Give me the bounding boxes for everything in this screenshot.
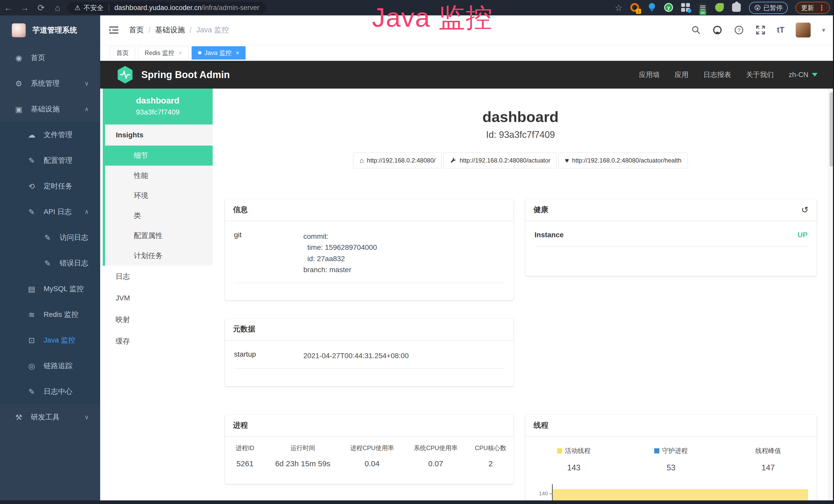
- legend-live-threads: 活动线程 143: [525, 446, 622, 473]
- extension-icon-leaf[interactable]: [715, 3, 724, 12]
- collapse-sidebar-icon[interactable]: [108, 25, 119, 36]
- search-icon[interactable]: [691, 25, 701, 35]
- sidebar-item-file-management[interactable]: ☁ 文件管理: [0, 122, 100, 147]
- paused-label: 已暂停: [763, 4, 783, 12]
- app-logo-row[interactable]: 芋道管理系统: [0, 16, 100, 45]
- tab-java-monitor[interactable]: Java 监控 ×: [192, 46, 245, 60]
- sba-nav-applications[interactable]: 应用: [675, 70, 688, 79]
- extension-icon-pin[interactable]: [647, 3, 657, 12]
- sidebar-item-api-logs[interactable]: ✎ API 日志 ∧: [0, 199, 100, 225]
- browser-menu-kebab-icon[interactable]: ⋮: [818, 4, 825, 12]
- grid-square-icon: [681, 8, 685, 12]
- tab-redis-monitor[interactable]: Redis 监控 ×: [138, 46, 189, 60]
- browser-reload-icon[interactable]: ⟳: [33, 3, 49, 13]
- browser-back-icon[interactable]: ←: [0, 3, 17, 13]
- leaf-icon: [715, 3, 724, 12]
- service-url-button[interactable]: ⌂ http://192.168.0.2:48080/: [353, 153, 442, 168]
- security-label: 不安全: [84, 3, 104, 12]
- tools-icon: ⚒: [13, 413, 25, 422]
- tab-home[interactable]: 首页: [110, 46, 135, 60]
- locale-selector[interactable]: zh-CN: [789, 71, 817, 79]
- insights-menu-group: Insights 细节 性能 环境 类 配置属性 计划任务: [103, 124, 213, 266]
- sba-menu-caches[interactable]: 缓存: [103, 330, 213, 352]
- log-icon: ✎: [42, 233, 53, 242]
- update-label: 更新: [801, 4, 814, 12]
- close-icon[interactable]: ×: [236, 49, 239, 56]
- font-size-icon[interactable]: tT: [777, 25, 785, 35]
- threads-area-chart: 140 120 100: [552, 484, 808, 500]
- sba-menu-logs[interactable]: 日志: [103, 266, 213, 287]
- status-badge: UP: [797, 231, 808, 239]
- sba-nav-journal[interactable]: 日志报表: [703, 70, 731, 79]
- health-url-button[interactable]: ♥ http://192.168.0.2:48080/actuator/heal…: [558, 153, 688, 168]
- github-icon[interactable]: [712, 25, 723, 35]
- extension-icon-grid[interactable]: [681, 3, 690, 12]
- sidebar-item-access-logs[interactable]: ✎ 访问日志: [0, 225, 100, 250]
- sba-menu-jvm[interactable]: JVM: [103, 287, 213, 309]
- live-threads-value: 143: [525, 463, 622, 473]
- log-icon: ✎: [42, 259, 53, 268]
- sidebar-item-system-management[interactable]: ⚙ 系统管理 ∨: [0, 71, 100, 96]
- avatar-caret-down-icon[interactable]: ▾: [822, 26, 825, 34]
- sba-menu-environment[interactable]: 环境: [105, 186, 213, 206]
- java-monitor-icon: ⊡: [26, 336, 38, 345]
- app-title: 芋道管理系统: [32, 25, 77, 36]
- sidebar-item-redis-monitor[interactable]: ≋ Redis 监控: [0, 302, 100, 327]
- heartbeat-icon: ♥: [565, 157, 569, 165]
- paused-emoji-icon: 😲: [754, 4, 761, 12]
- process-table-header: 进程ID 运行时间 进程CPU使用率 系统CPU使用率 CPU核心数: [225, 444, 514, 452]
- header-actions: ? tT ▾: [691, 23, 825, 38]
- chrome-update-button[interactable]: 更新 ⋮: [795, 2, 830, 14]
- sidebar-item-mysql-monitor[interactable]: ▤ MySQL 监控: [0, 276, 100, 302]
- system-cpu-value: 0.07: [404, 459, 468, 468]
- breadcrumb-home[interactable]: 首页: [129, 25, 144, 35]
- sidebar-item-config-management[interactable]: ✎ 配置管理: [0, 147, 100, 173]
- sidebar-item-infrastructure[interactable]: ▣ 基础设施 ∧: [0, 96, 100, 122]
- sidebar-item-tracing[interactable]: ◎ 链路追踪: [0, 353, 100, 379]
- live-threads-area-series: [553, 489, 808, 500]
- extensions-puzzle-icon[interactable]: [732, 3, 741, 12]
- health-card: 健康 ↺ Instance UP: [525, 199, 817, 276]
- help-icon[interactable]: ?: [734, 25, 744, 35]
- profile-paused-pill[interactable]: 😲 已暂停: [749, 2, 788, 14]
- chevron-down-icon: ∨: [84, 414, 89, 421]
- sba-nav-about[interactable]: 关于我们: [746, 70, 774, 79]
- bookmark-star-icon[interactable]: ☆: [615, 3, 622, 13]
- breadcrumb-infrastructure[interactable]: 基础设施: [155, 25, 185, 35]
- sba-menu-details[interactable]: 细节: [105, 145, 213, 166]
- sba-menu-classes[interactable]: 类: [105, 206, 213, 226]
- history-icon[interactable]: ↺: [802, 205, 809, 215]
- user-avatar[interactable]: [796, 23, 811, 38]
- chart-plot-area: [552, 484, 808, 500]
- browser-forward-icon[interactable]: →: [17, 3, 33, 13]
- svg-text:?: ?: [738, 27, 741, 33]
- chevron-down-icon: ∨: [84, 80, 89, 87]
- sba-menu-mappings[interactable]: 映射: [103, 309, 213, 330]
- scrollbar-thumb[interactable]: [830, 92, 833, 167]
- fullscreen-icon[interactable]: [755, 25, 766, 35]
- gear-icon: ⚙: [13, 79, 25, 88]
- extension-icon-list[interactable]: on: [698, 3, 707, 12]
- breadcrumb-current: Java 监控: [196, 25, 229, 35]
- info-row-git: git commit: time: 1596289704000 id: 27aa…: [234, 231, 504, 283]
- sidebar-item-dev-tools[interactable]: ⚒ 研发工具 ∨: [0, 404, 100, 430]
- actuator-url-button[interactable]: http://192.168.0.2:48080/actuator: [443, 153, 557, 168]
- sidebar-item-log-center[interactable]: ✎ 日志中心: [0, 379, 100, 404]
- sba-menu-config-props[interactable]: 配置属性: [105, 226, 213, 246]
- sba-nav-wallboard[interactable]: 应用墙: [639, 70, 660, 79]
- browser-home-icon[interactable]: ⌂: [49, 3, 66, 13]
- info-card-body: git commit: time: 1596289704000 id: 27aa…: [225, 221, 514, 283]
- extension-icon-y[interactable]: y: [664, 3, 674, 12]
- sba-menu-metrics[interactable]: 性能: [105, 166, 213, 186]
- breadcrumb: 首页 / 基础设施 / Java 监控: [129, 25, 229, 35]
- extension-icon-orange[interactable]: 1: [630, 3, 640, 12]
- sidebar-item-home[interactable]: ◉ 首页: [0, 45, 100, 71]
- sidebar-item-error-logs[interactable]: ✎ 错误日志: [0, 250, 100, 276]
- process-card: 进程 进程ID 运行时间 进程CPU使用率 系统CPU使用率 CPU核心数 52…: [225, 415, 514, 484]
- close-icon[interactable]: ×: [178, 49, 182, 56]
- window-right-edge: [833, 0, 834, 504]
- sidebar-item-scheduled-tasks[interactable]: ⟲ 定时任务: [0, 173, 100, 199]
- sidebar-item-java-monitor[interactable]: ⊡ Java 监控: [0, 327, 100, 353]
- sba-menu-scheduled-tasks[interactable]: 计划任务: [105, 246, 213, 266]
- address-bar[interactable]: ⚠ 不安全 dashboard.yudao.iocoder.cn/infra/a…: [67, 2, 267, 14]
